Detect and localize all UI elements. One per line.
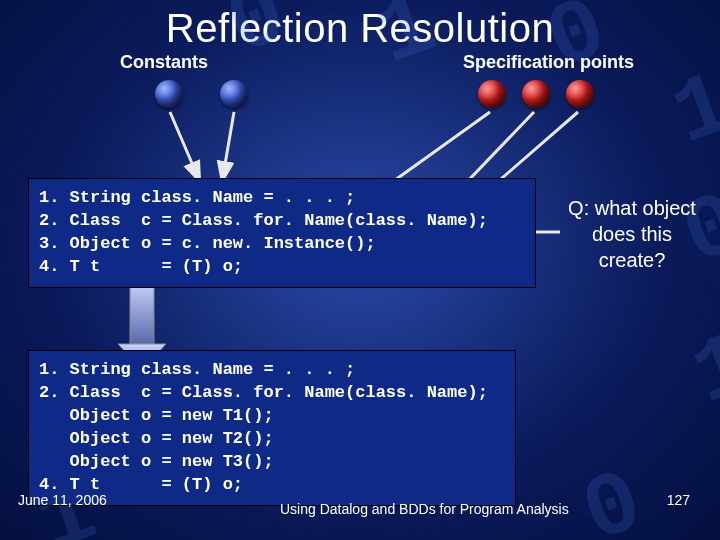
constant-ball-2	[220, 80, 248, 108]
svg-rect-6	[130, 278, 154, 344]
balls-row	[0, 80, 720, 120]
footer-page: 127	[667, 492, 690, 508]
svg-line-1	[222, 112, 234, 182]
question-text: Q: what object does this create?	[562, 195, 702, 273]
constants-label: Constants	[120, 52, 208, 73]
specpoints-label: Specification points	[463, 52, 634, 73]
spec-ball-2	[522, 80, 550, 108]
svg-line-0	[170, 112, 200, 182]
constant-ball-1	[155, 80, 183, 108]
footer-talk: Using Datalog and BDDs for Program Analy…	[280, 501, 569, 519]
spec-ball-3	[566, 80, 594, 108]
footer-date: June 11, 2006	[18, 492, 107, 508]
code-after: 1. String class. Name = . . . ; 2. Class…	[28, 350, 516, 506]
slide-title: Reflection Resolution	[0, 0, 720, 51]
code-before: 1. String class. Name = . . . ; 2. Class…	[28, 178, 536, 288]
spec-ball-1	[478, 80, 506, 108]
